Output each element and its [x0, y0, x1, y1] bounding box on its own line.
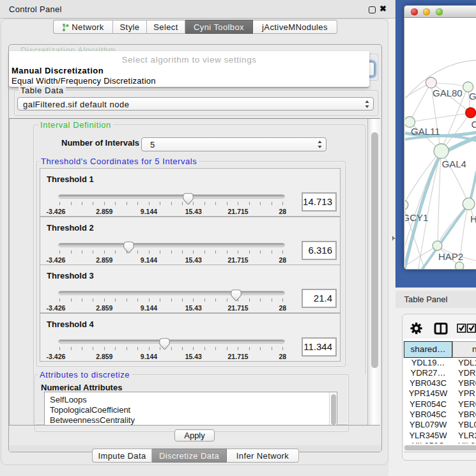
svg-text:C: C — [472, 119, 476, 130]
svg-text:GAL11: GAL11 — [411, 126, 440, 137]
svg-text:GAL80: GAL80 — [433, 88, 463, 98]
svg-text:GAL: GAL — [469, 91, 476, 102]
svg-text:GCY1: GCY1 — [405, 212, 428, 223]
svg-text:HAP2: HAP2 — [438, 251, 463, 262]
svg-text:GAL4: GAL4 — [442, 158, 466, 169]
svg-text:H: H — [470, 213, 476, 224]
